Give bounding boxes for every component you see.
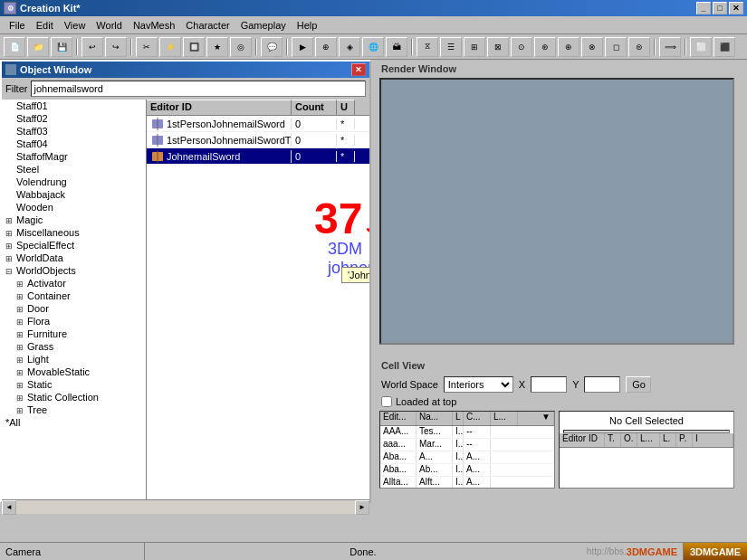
menu-gameplay[interactable]: Gameplay (235, 18, 292, 33)
cell-row-2[interactable]: Aba... A... I... A... (380, 451, 554, 464)
tree-item-light[interactable]: ⊞Light (2, 353, 146, 365)
toolbar-btn-7[interactable]: ⚡ (159, 37, 181, 57)
filter-input[interactable] (31, 81, 366, 97)
tree-item-activator[interactable]: ⊞Activator (2, 277, 146, 289)
toolbar-btn-10[interactable]: ◎ (230, 37, 252, 57)
cell-row-0[interactable]: AAA... Tes... I... -- (380, 426, 554, 439)
toolbar-btn-16[interactable]: 🏔 (386, 37, 407, 57)
toolbar-btn-13[interactable]: ⊕ (315, 37, 337, 57)
loaded-at-top-checkbox[interactable] (381, 396, 392, 407)
tree-item-worlddata[interactable]: ⊞WorldData (2, 252, 146, 264)
list-row-2[interactable]: JohnemailSword 0 * (147, 148, 369, 165)
tree-item-static-collection[interactable]: ⊞Static Collection (2, 391, 146, 403)
editor-id-text-2: JohnemailSword (167, 151, 240, 162)
tree-item-flora[interactable]: ⊞Flora (2, 315, 146, 327)
toolbar-btn-25[interactable]: ◻ (605, 37, 627, 57)
status-brand: 3DMGAME (627, 546, 677, 557)
scroll-track[interactable] (16, 500, 355, 514)
maximize-button[interactable]: □ (713, 2, 727, 14)
col-header-u[interactable]: U (337, 100, 355, 115)
scroll-right-btn[interactable]: ► (355, 500, 369, 515)
cell-left-table: Edit... Na... L C... L... ▼ AAA... Tes..… (379, 411, 555, 489)
toolbar-btn-17[interactable]: ⧖ (417, 37, 438, 57)
toolbar-btn-9[interactable]: ★ (206, 37, 228, 57)
tree-item-static[interactable]: ⊞Static (2, 378, 146, 391)
cell-row-3[interactable]: Aba... Ab... I... A... (380, 464, 554, 477)
toolbar-btn-3[interactable]: 💾 (51, 37, 72, 57)
minimize-button[interactable]: _ (696, 2, 711, 14)
menu-view[interactable]: View (59, 18, 91, 33)
tree-item-volendrung[interactable]: Volendrung (2, 176, 146, 188)
tree-item-staffofmagr[interactable]: StaffofMagr (2, 150, 146, 163)
object-window-close[interactable]: ✕ (351, 63, 366, 76)
toolbar-btn-14[interactable]: ◈ (339, 37, 360, 57)
tree-item-miscellaneous[interactable]: ⊞Miscellaneous (2, 226, 146, 239)
menu-edit[interactable]: Edit (31, 18, 59, 33)
list-row-1[interactable]: 1stPersonJohnemailSwordT... 0 * (147, 132, 369, 148)
toolbar-btn-6[interactable]: ✂ (136, 37, 158, 57)
object-window-scrollbar-h[interactable]: ◄ ► (2, 499, 369, 514)
cell-th-scroll[interactable]: ▼ (518, 412, 554, 425)
toolbar-btn-20[interactable]: ⊠ (487, 37, 509, 57)
menu-file[interactable]: File (4, 18, 31, 33)
tree-item-magic[interactable]: ⊞Magic (2, 214, 146, 226)
tree-item-staff03[interactable]: Staff03 (2, 125, 146, 138)
toolbar-btn-8[interactable]: 🔲 (183, 37, 205, 57)
y-input[interactable] (584, 376, 620, 393)
render-area[interactable] (379, 78, 734, 345)
tree-item-furniture[interactable]: ⊞Furniture (2, 327, 146, 340)
world-space-select[interactable]: Interiors Tamriel Blackreach (444, 376, 513, 393)
tree-item-door[interactable]: ⊞Door (2, 302, 146, 315)
menu-navmesh[interactable]: NavMesh (128, 18, 180, 33)
cell-row-1[interactable]: aaa... Mar... I... -- (380, 439, 554, 451)
toolbar-btn-5[interactable]: ↪ (105, 37, 127, 57)
tree-item-grass[interactable]: ⊞Grass (2, 340, 146, 353)
toolbar-btn-24[interactable]: ⊗ (581, 37, 603, 57)
tree-item-specialeffect[interactable]: ⊞SpecialEffect (2, 239, 146, 252)
tree-item-all[interactable]: *All (2, 416, 146, 429)
col-header-editor-id[interactable]: Editor ID (147, 100, 292, 115)
tree-item-tree[interactable]: ⊞Tree (2, 403, 146, 416)
go-button[interactable]: Go (626, 376, 651, 393)
toolbar-btn-28[interactable]: ⬜ (690, 37, 712, 57)
tree-item-staff04[interactable]: Staff04 (2, 138, 146, 150)
menu-world[interactable]: World (91, 18, 128, 33)
toolbar-btn-26[interactable]: ⊜ (628, 37, 650, 57)
tree-item-worldobjects[interactable]: ⊟WorldObjects (2, 264, 146, 277)
tree-panel[interactable]: Staff01 Staff02 Staff03 Staff04 StaffofM… (2, 100, 147, 499)
tree-item-staff02[interactable]: Staff02 (2, 112, 146, 125)
x-input[interactable] (531, 376, 567, 393)
toolbar-btn-4[interactable]: ↩ (81, 37, 103, 57)
menu-help[interactable]: Help (292, 18, 323, 33)
app-icon: ⚙ (4, 2, 16, 14)
toolbar-btn-23[interactable]: ⊕ (558, 37, 579, 57)
y-label: Y (572, 379, 579, 390)
tree-item-steel[interactable]: Steel (2, 163, 146, 176)
tree-item-wabbajack[interactable]: Wabbajack (2, 188, 146, 201)
close-button[interactable]: ✕ (729, 2, 743, 14)
tree-item-movablestatic[interactable]: ⊞MovableStatic (2, 365, 146, 378)
list-body[interactable]: 1stPersonJohnemailSword 0 * 1stPersonJoh… (147, 116, 369, 499)
toolbar-btn-18[interactable]: ☰ (440, 37, 462, 57)
toolbar-btn-19[interactable]: ⊞ (464, 37, 485, 57)
toolbar-btn-22[interactable]: ⊛ (534, 37, 556, 57)
tree-item-wooden[interactable]: Wooden (2, 201, 146, 214)
col-header-count[interactable]: Count (292, 100, 337, 115)
toolbar-btn-29[interactable]: ⬛ (713, 37, 735, 57)
toolbar-btn-12[interactable]: ▶ (292, 37, 313, 57)
rth-editor-id: Editor ID (560, 433, 605, 447)
list-row-0[interactable]: 1stPersonJohnemailSword 0 * (147, 116, 369, 132)
tree-item-container[interactable]: ⊞Container (2, 289, 146, 302)
toolbar-btn-21[interactable]: ⊙ (511, 37, 532, 57)
cell-row-4[interactable]: Allta... Alft... I... A... (380, 477, 554, 489)
scroll-left-btn[interactable]: ◄ (2, 500, 16, 515)
toolbar-btn-11[interactable]: 💬 (261, 37, 283, 57)
toolbar-btn-15[interactable]: 🌐 (362, 37, 384, 57)
toolbar-btn-2[interactable]: 📁 (27, 37, 49, 57)
tree-item-staff01[interactable]: Staff01 (2, 100, 146, 112)
toolbar-btn-27[interactable]: ⟹ (659, 37, 681, 57)
cell-th-l2: L... (491, 412, 518, 425)
toolbar-btn-1[interactable]: 📄 (4, 37, 25, 57)
x-label: X (519, 379, 525, 390)
menu-character[interactable]: Character (180, 18, 235, 33)
